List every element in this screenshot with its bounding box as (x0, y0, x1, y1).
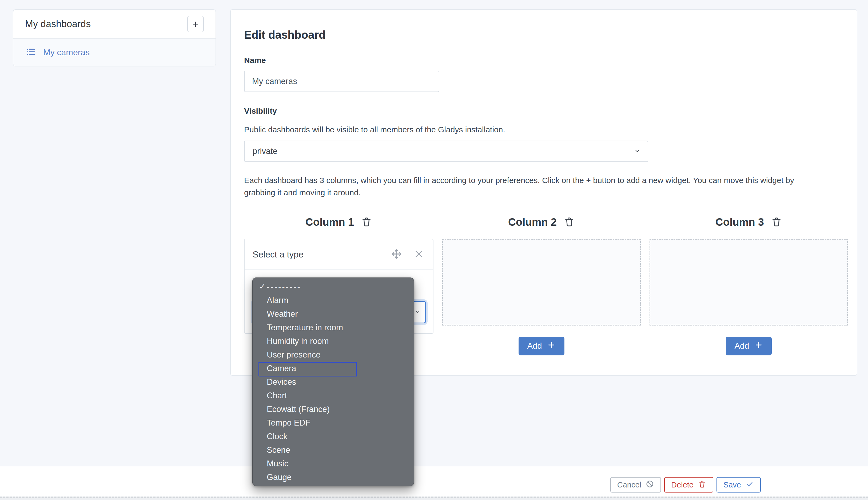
dropdown-option[interactable]: Ecowatt (France) (253, 402, 414, 416)
dropdown-option-label: Temperature in room (267, 323, 343, 332)
trash-icon (771, 216, 782, 228)
cancel-button-label: Cancel (617, 480, 641, 489)
columns-help-line1: Each dashboard has 3 columns, which you … (244, 174, 857, 186)
close-icon (414, 249, 424, 260)
dashboard-name-input[interactable] (244, 71, 439, 92)
dropdown-option[interactable]: ✓--------- (253, 280, 414, 294)
close-widget-button[interactable] (414, 249, 424, 260)
dropdown-option-label: Alarm (267, 296, 288, 305)
dropdown-option[interactable]: Humidity in room (253, 334, 414, 348)
bottom-dashed-edge (0, 497, 868, 500)
dropdown-option[interactable]: Devices (253, 375, 414, 389)
dropdown-option-label: Camera (267, 364, 296, 373)
dropdown-option-label: Ecowatt (France) (267, 405, 330, 414)
cancel-button[interactable]: Cancel (610, 477, 661, 492)
arrows-move-icon (390, 248, 403, 261)
dropdown-option[interactable]: Temperature in room (253, 321, 414, 334)
dropdown-option[interactable]: Camera (253, 362, 414, 375)
dropdown-option[interactable]: Clock (253, 430, 414, 443)
trash-icon (564, 216, 575, 228)
dropdown-option[interactable]: Scene (253, 443, 414, 457)
name-label: Name (244, 56, 857, 65)
trash-icon (698, 480, 706, 490)
column-2: Column 2 Add (442, 215, 641, 355)
list-icon (25, 46, 36, 58)
column-3-title: Column 3 (715, 216, 764, 228)
column-3: Column 3 Add (649, 215, 848, 355)
column-1-header: Column 1 (244, 215, 433, 229)
delete-column-2-button[interactable] (564, 216, 575, 228)
add-button-label: Add (734, 341, 749, 351)
dashboards-panel-header: My dashboards + (13, 10, 216, 38)
dropdown-option[interactable]: Alarm (253, 294, 414, 307)
dropdown-option-label: Clock (267, 432, 288, 441)
columns-help-text: Each dashboard has 3 columns, which you … (244, 174, 857, 199)
visibility-select[interactable]: private (244, 140, 648, 162)
dropdown-option-label: Gauge (267, 473, 291, 482)
check-icon (745, 480, 754, 490)
delete-button-label: Delete (671, 480, 694, 489)
dropdown-option[interactable]: Tempo EDF (253, 416, 414, 430)
trash-icon (361, 216, 372, 228)
dashboards-panel: My dashboards + My cameras (13, 9, 216, 66)
delete-column-3-button[interactable] (771, 216, 782, 228)
check-icon: ✓ (259, 280, 265, 294)
column-2-title: Column 2 (508, 216, 557, 228)
widget-card-header: Select a type (245, 239, 433, 270)
dropdown-option-label: Chart (267, 391, 287, 400)
add-dashboard-button[interactable]: + (187, 16, 204, 32)
dropdown-option[interactable]: Music (253, 457, 414, 470)
plus-icon (547, 340, 556, 352)
column-1-title: Column 1 (305, 216, 354, 228)
widget-type-dropdown-menu: ✓---------AlarmWeatherTemperature in roo… (252, 277, 414, 486)
column-2-header: Column 2 (442, 215, 641, 229)
chevron-down-icon (414, 308, 421, 316)
columns-help-line2: grabbing it and moving it around. (244, 186, 857, 199)
visibility-label: Visibility (244, 106, 857, 115)
dropdown-option[interactable]: Weather (253, 307, 414, 321)
dropdown-option-label: Devices (267, 377, 296, 387)
add-widget-column-2-button[interactable]: Add (519, 337, 564, 355)
widget-card-title: Select a type (253, 249, 390, 260)
add-button-label: Add (527, 341, 542, 351)
plus-icon: + (193, 19, 198, 30)
add-widget-column-3-button[interactable]: Add (726, 337, 772, 355)
dropdown-option-label: Music (267, 459, 288, 468)
sidebar-item-my-cameras[interactable]: My cameras (13, 39, 216, 66)
dropdown-option-label: Humidity in room (267, 337, 329, 346)
column-3-header: Column 3 (649, 215, 848, 229)
footer-bar: Cancel Delete Save (0, 466, 868, 500)
chevron-down-icon (633, 147, 641, 156)
page-title: Edit dashboard (244, 29, 857, 41)
dropdown-option-label: --------- (267, 282, 301, 291)
dropdown-option[interactable]: User presence (253, 348, 414, 362)
column-2-drop-zone[interactable] (442, 239, 641, 326)
dropdown-option-label: Tempo EDF (267, 418, 311, 428)
save-button-label: Save (724, 480, 741, 489)
delete-column-1-button[interactable] (361, 216, 372, 228)
dropdown-option-label: Weather (267, 309, 298, 319)
dropdown-option-label: Scene (267, 445, 290, 455)
move-widget-handle[interactable] (390, 248, 403, 261)
dropdown-option[interactable]: Gauge (253, 470, 414, 484)
dropdown-option-label: User presence (267, 350, 321, 360)
ban-icon (646, 480, 654, 490)
visibility-help-text: Public dashboards will be visible to all… (244, 125, 857, 134)
column-3-drop-zone[interactable] (649, 239, 848, 326)
delete-button[interactable]: Delete (664, 477, 713, 492)
save-button[interactable]: Save (717, 477, 761, 492)
sidebar-item-label: My cameras (43, 47, 90, 57)
dropdown-option[interactable]: Chart (253, 389, 414, 402)
dashboards-panel-title: My dashboards (25, 19, 91, 30)
footer-buttons: Cancel Delete Save (610, 477, 761, 492)
plus-icon (754, 340, 763, 352)
visibility-select-value: private (253, 147, 277, 156)
